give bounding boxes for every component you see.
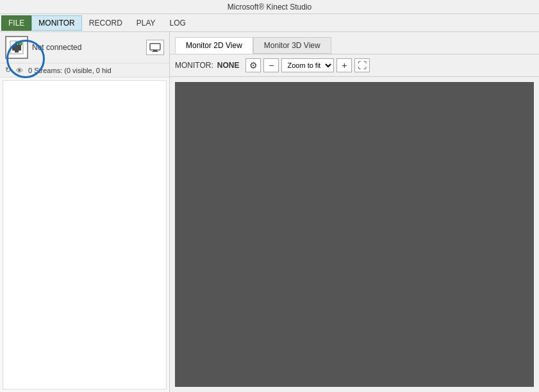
- menu-record[interactable]: RECORD: [82, 15, 129, 31]
- menu-play[interactable]: PLAY: [129, 15, 163, 31]
- monitor-value: NONE: [217, 61, 240, 70]
- svg-point-6: [20, 43, 22, 45]
- connection-bar: Not connected: [0, 32, 169, 63]
- menu-file[interactable]: FILE: [1, 15, 31, 31]
- connect-button[interactable]: [5, 36, 28, 59]
- monitor-display-button[interactable]: [146, 40, 164, 55]
- fullscreen-icon: ⛶: [358, 60, 367, 70]
- menu-bar: FILE MONITOR RECORD PLAY LOG: [0, 14, 539, 32]
- svg-rect-4: [15, 51, 19, 53]
- zoom-dropdown[interactable]: Zoom to fit 25% 50% 75% 100% 150% 200%: [281, 58, 334, 72]
- plus-icon: +: [342, 60, 347, 70]
- refresh-icon[interactable]: ↻: [5, 66, 11, 74]
- view-tabs: Monitor 2D View Monitor 3D View: [170, 32, 539, 54]
- right-panel: Monitor 2D View Monitor 3D View MONITOR:…: [170, 32, 539, 392]
- view-canvas: [175, 82, 534, 387]
- eye-icon[interactable]: 👁: [16, 67, 23, 74]
- svg-rect-9: [152, 51, 158, 52]
- tab-monitor-3d[interactable]: Monitor 3D View: [253, 37, 331, 54]
- main-layout: Not connected ↻ 👁 0 Streams: (0 visible,…: [0, 32, 539, 392]
- monitor-toolbar: MONITOR: NONE ⚙ − Zoom to fit 25% 50% 75…: [170, 54, 539, 77]
- minus-icon: −: [269, 60, 274, 70]
- streams-label: 0 Streams: (0 visible, 0 hid: [28, 67, 112, 74]
- monitor-prefix: MONITOR:: [175, 61, 213, 70]
- menu-log[interactable]: LOG: [163, 15, 193, 31]
- title-bar: Microsoft® Kinect Studio: [0, 0, 539, 14]
- zoom-in-button[interactable]: +: [336, 58, 352, 72]
- streams-bar: ↻ 👁 0 Streams: (0 visible, 0 hid: [0, 63, 169, 78]
- zoom-out-button[interactable]: −: [263, 58, 279, 72]
- menu-monitor[interactable]: MONITOR: [31, 15, 81, 31]
- tab-monitor-2d[interactable]: Monitor 2D View: [175, 37, 253, 54]
- display-icon: [149, 43, 161, 52]
- svg-rect-1: [15, 42, 17, 45]
- gear-icon: ⚙: [249, 60, 258, 70]
- svg-rect-7: [150, 44, 160, 50]
- plug-icon: [10, 40, 24, 54]
- fullscreen-button[interactable]: ⛶: [354, 58, 370, 72]
- left-panel: Not connected ↻ 👁 0 Streams: (0 visible,…: [0, 32, 170, 392]
- streams-content-area: [3, 80, 167, 389]
- connection-status-label: Not connected: [32, 43, 142, 52]
- app-title: Microsoft® Kinect Studio: [228, 3, 312, 12]
- svg-rect-8: [153, 50, 157, 51]
- svg-rect-3: [12, 45, 21, 51]
- settings-button[interactable]: ⚙: [245, 58, 261, 72]
